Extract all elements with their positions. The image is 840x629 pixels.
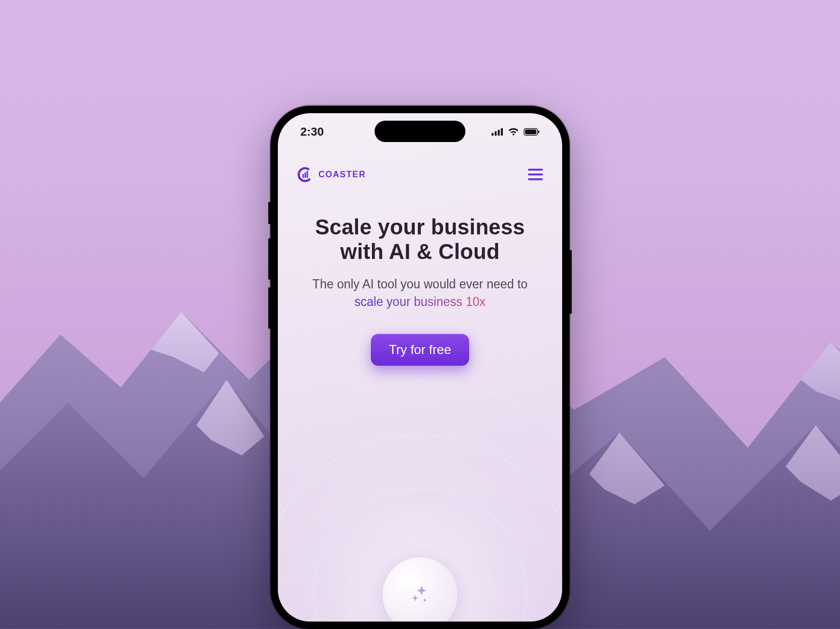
svg-rect-6 bbox=[538, 130, 539, 133]
cellular-icon bbox=[492, 128, 503, 136]
svg-rect-5 bbox=[525, 130, 536, 135]
phone-mockup: 2:30 COASTER bbox=[270, 106, 570, 629]
brand-logo-icon bbox=[297, 167, 313, 183]
hamburger-menu-icon[interactable] bbox=[528, 169, 543, 180]
svg-rect-10 bbox=[307, 171, 308, 178]
hero-subtitle-highlight: scale your business 10x bbox=[354, 295, 485, 309]
svg-rect-2 bbox=[498, 130, 500, 136]
phone-mute-switch bbox=[268, 202, 270, 224]
phone-volume-down bbox=[268, 287, 270, 329]
status-time: 2:30 bbox=[300, 125, 324, 139]
sparkle-icon bbox=[409, 584, 431, 606]
hero-subtitle: The only AI tool you would ever need to … bbox=[301, 276, 539, 311]
svg-rect-9 bbox=[305, 172, 306, 178]
svg-rect-12 bbox=[528, 174, 543, 175]
brand-name: COASTER bbox=[318, 170, 366, 179]
hero-illustration-rings bbox=[278, 381, 562, 622]
wifi-icon bbox=[508, 128, 519, 136]
svg-rect-13 bbox=[528, 178, 543, 180]
phone-power-button bbox=[570, 250, 572, 314]
hero-section: Scale your business with AI & Cloud The … bbox=[278, 215, 562, 366]
try-for-free-button[interactable]: Try for free bbox=[371, 334, 469, 366]
brand-logo[interactable]: COASTER bbox=[297, 167, 366, 183]
svg-rect-8 bbox=[302, 174, 304, 178]
status-bar: 2:30 bbox=[278, 125, 562, 139]
phone-screen: 2:30 COASTER bbox=[278, 113, 562, 622]
svg-rect-3 bbox=[501, 128, 503, 136]
battery-icon bbox=[524, 128, 540, 136]
svg-rect-11 bbox=[528, 169, 543, 170]
svg-rect-0 bbox=[492, 133, 494, 136]
svg-rect-1 bbox=[495, 131, 497, 136]
phone-volume-up bbox=[268, 238, 270, 280]
app-header: COASTER bbox=[278, 167, 562, 183]
hero-title: Scale your business with AI & Cloud bbox=[301, 215, 539, 264]
